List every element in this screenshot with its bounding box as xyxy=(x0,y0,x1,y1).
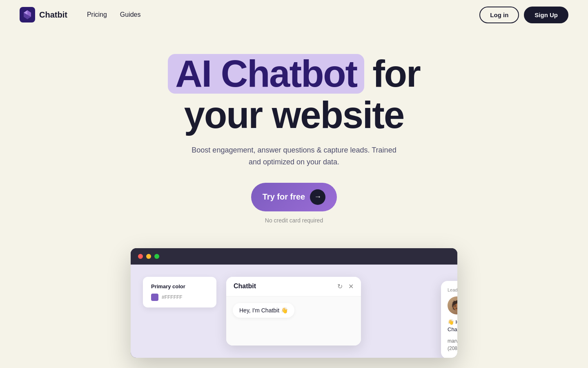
login-button[interactable]: Log in xyxy=(479,7,519,23)
nav-item-guides[interactable]: Guides xyxy=(120,11,141,18)
nav-right: Log in Sign Up xyxy=(479,7,568,23)
chatbit-header-icons: ↻ ✕ xyxy=(337,283,354,290)
lead-email: marvin@ex-dot.com xyxy=(448,337,457,345)
lead-message: 👋 Hey, ask me anything about Chatbit! By… xyxy=(448,319,457,333)
browser-content: Primary color #FFFFFF Chatbit ↻ ✕ Hey, I… xyxy=(131,265,457,358)
hero-section: AI Chatbot for your website Boost engage… xyxy=(0,29,588,240)
color-panel-title: Primary color xyxy=(151,283,208,289)
color-hex: #FFFFFF xyxy=(162,294,183,300)
browser-dot-red xyxy=(138,254,143,259)
cta-wrapper: Try for free → No credit card required xyxy=(251,183,337,224)
chatbit-title: Chatbit xyxy=(234,283,256,290)
chat-bubble-greeting: Hey, I'm Chatbit 👋 xyxy=(233,303,294,318)
browser-dot-yellow xyxy=(146,254,151,259)
hero-subtitle: Boost engagement, answer questions & cap… xyxy=(188,144,400,168)
nav-left: Chatbit Pricing Guides xyxy=(20,7,141,22)
brand-name: Chatbit xyxy=(39,10,67,20)
hero-title-for: for xyxy=(372,54,420,94)
logo-link[interactable]: Chatbit xyxy=(20,7,67,22)
no-credit-card-text: No credit card required xyxy=(265,217,323,224)
arrow-icon: → xyxy=(310,189,325,205)
lead-avatar: 🧑🏾 xyxy=(448,296,457,314)
try-for-free-button[interactable]: Try for free → xyxy=(251,183,337,211)
browser-topbar xyxy=(131,248,457,265)
lead-card: Lead 🧑🏾 👋 Hey, ask me anything about Cha… xyxy=(441,281,457,358)
close-icon[interactable]: ✕ xyxy=(348,283,354,290)
color-swatch-row: #FFFFFF xyxy=(151,294,208,301)
cta-label: Try for free xyxy=(263,192,305,202)
browser-section: Primary color #FFFFFF Chatbit ↻ ✕ Hey, I… xyxy=(0,240,588,358)
nav-item-pricing[interactable]: Pricing xyxy=(87,11,107,18)
lead-contact: marvin@ex-dot.com (208) 555-0112 xyxy=(448,337,457,352)
color-swatch xyxy=(151,294,158,301)
refresh-icon[interactable]: ↻ xyxy=(337,283,343,290)
hero-title-highlight: AI Chatbot xyxy=(168,54,364,94)
browser-dot-green xyxy=(154,254,159,259)
color-panel: Primary color #FFFFFF xyxy=(143,277,216,307)
lead-label: Lead xyxy=(448,287,457,292)
hero-title: AI Chatbot for your website xyxy=(168,54,420,135)
logo-icon xyxy=(20,7,35,22)
lead-phone: (208) 555-0112 xyxy=(448,345,457,352)
browser-window: Primary color #FFFFFF Chatbit ↻ ✕ Hey, I… xyxy=(131,248,457,358)
guides-link[interactable]: Guides xyxy=(120,11,141,18)
navbar: Chatbit Pricing Guides Log in Sign Up xyxy=(0,0,588,29)
chatbit-header: Chatbit ↻ ✕ xyxy=(226,277,361,296)
pricing-link[interactable]: Pricing xyxy=(87,11,107,18)
chatbit-widget: Chatbit ↻ ✕ Hey, I'm Chatbit 👋 xyxy=(226,277,361,346)
chatbit-body: Hey, I'm Chatbit 👋 xyxy=(226,296,361,346)
hero-title-line2: your website xyxy=(168,95,420,135)
signup-button[interactable]: Sign Up xyxy=(524,7,568,23)
nav-links: Pricing Guides xyxy=(87,11,141,18)
